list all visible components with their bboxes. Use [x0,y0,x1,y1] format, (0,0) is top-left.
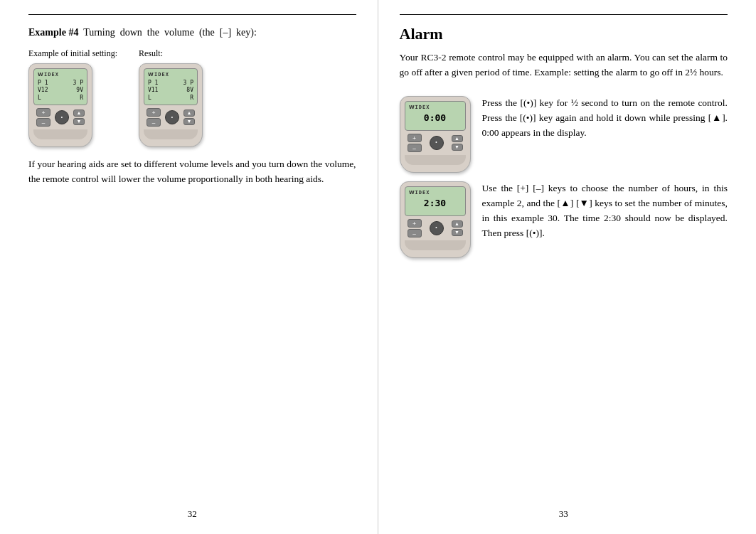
buttons-step1: + – • ▲ ▼ [405,134,466,152]
alarm-intro: Your RC3-2 remote control may be equippe… [400,50,728,80]
screen-step1: 𝗪IDEX 0:00 [405,101,466,131]
screen-l-initial: L [38,95,41,102]
buttons-step2: + – • ▲ ▼ [405,219,466,237]
down-btn-initial: ▼ [73,118,85,125]
center-btn-step2: • [430,221,444,235]
screen-lr-result: L R [148,95,193,102]
nav-col-step2: ▲ ▼ [452,220,463,236]
screen-lr-initial: L R [38,95,83,102]
step2-text: Use the [+] [–] keys to choose the numbe… [482,181,728,241]
screen-v12: V12 [38,87,48,94]
plus-btn-initial: + [36,108,50,117]
device-initial-col: Example of initial setting: 𝗪IDEX P 1 3 … [28,48,117,147]
center-btn-step1: • [430,136,444,150]
screen-p1: P 1 [38,80,48,87]
alarm-title: Alarm [400,25,728,43]
screen-r-result: R [190,95,193,102]
alarm-section: Alarm Your RC3-2 remote control may be e… [400,25,728,258]
page-right: Alarm Your RC3-2 remote control may be e… [378,0,757,534]
up-btn-initial: ▲ [73,110,85,117]
screen-r-initial: R [80,95,83,102]
plus-minus-step2: + – [408,219,422,237]
page-left: Example #4 Turning down the volume (the … [0,0,378,534]
nav-col-initial: ▲ ▼ [73,110,85,125]
device-row: Example of initial setting: 𝗪IDEX P 1 3 … [28,48,356,147]
label-result: Result: [139,48,163,59]
brand-result: 𝗪IDEX [148,72,193,78]
down-btn-step2: ▼ [452,229,463,236]
screen-vol-result: V11 8V [148,87,193,94]
screen-v11: V11 [148,87,158,94]
screen-initial: 𝗪IDEX P 1 3 P V12 9V L R [33,68,87,105]
screen-result: 𝗪IDEX P 1 3 P V11 8V L R [144,68,198,105]
screen-3p-result: 3 P [183,80,193,87]
btn-row-initial: + – • ▲ ▼ [33,108,87,127]
screen-step2: 𝗪IDEX 2:30 [405,186,466,216]
page-number-left: 32 [28,508,356,520]
screen-vol-initial: V12 9V [38,87,83,94]
minus-btn-initial: – [36,118,50,127]
btn-row-result: + – • ▲ ▼ [144,108,198,127]
down-btn-step1: ▼ [452,144,463,151]
up-btn-step1: ▲ [452,135,463,142]
page-number-right: 33 [400,508,728,520]
screen-8v: 8V [186,87,193,94]
label-initial: Example of initial setting: [28,48,117,59]
brand-initial: 𝗪IDEX [38,72,83,78]
alarm-step2-row: 𝗪IDEX 2:30 + – • ▲ ▼ [400,181,728,258]
screen-p1-result: P 1 [148,80,158,87]
alarm-step1-row: 𝗪IDEX 0:00 + – • ▲ ▼ [400,96,728,173]
time-step2: 2:30 [409,198,462,210]
center-btn-initial: • [55,110,69,124]
body-text-left: If your hearing aids are set to differen… [28,157,356,187]
screen-9v: 9V [76,87,83,94]
btn-row-step2: + – • ▲ ▼ [405,219,466,237]
top-rule-right [400,14,728,15]
screen-data-initial: P 1 3 P [38,80,83,87]
brand-step2: 𝗪IDEX [409,190,462,196]
plus-minus-initial: + – [36,108,50,127]
remote-bottom-result [144,129,198,139]
remote-step2: 𝗪IDEX 2:30 + – • ▲ ▼ [400,181,471,258]
nav-col-result: ▲ ▼ [183,110,195,125]
plus-btn-result: + [147,108,161,117]
up-btn-step2: ▲ [452,220,463,228]
buttons-result: + – • ▲ ▼ [144,108,198,127]
brand-step1: 𝗪IDEX [409,105,462,111]
remote-bottom-initial [33,129,87,139]
example-heading: Example #4 Turning down the volume (the … [28,25,356,40]
remote-bottom-step2 [405,240,466,250]
center-btn-result: • [165,110,179,124]
screen-3p: 3 P [73,80,83,87]
down-btn-result: ▼ [183,118,195,125]
minus-btn-result: – [147,118,161,127]
btn-row-step1: + – • ▲ ▼ [405,134,466,152]
screen-data-result: P 1 3 P [148,80,193,87]
plus-minus-step1: + – [408,134,422,152]
time-step1: 0:00 [409,112,462,124]
screen-l-result: L [148,95,151,102]
remote-initial: 𝗪IDEX P 1 3 P V12 9V L R [28,63,92,147]
top-rule-left [28,14,356,15]
nav-col-step1: ▲ ▼ [452,135,463,151]
step1-text: Press the [(•)] key for ½ second to turn… [482,96,728,141]
remote-result: 𝗪IDEX P 1 3 P V11 8V L R [139,63,203,147]
remote-bottom-step1 [405,155,466,165]
minus-btn-step2: – [408,229,422,237]
plus-btn-step2: + [408,219,422,228]
plus-minus-result: + – [147,108,161,127]
device-result-col: Result: 𝗪IDEX P 1 3 P V11 8V L [139,48,203,147]
minus-btn-step1: – [408,144,422,152]
remote-step1: 𝗪IDEX 0:00 + – • ▲ ▼ [400,96,471,173]
buttons-initial: + – • ▲ ▼ [33,108,87,127]
up-btn-result: ▲ [183,110,195,117]
plus-btn-step1: + [408,134,422,142]
